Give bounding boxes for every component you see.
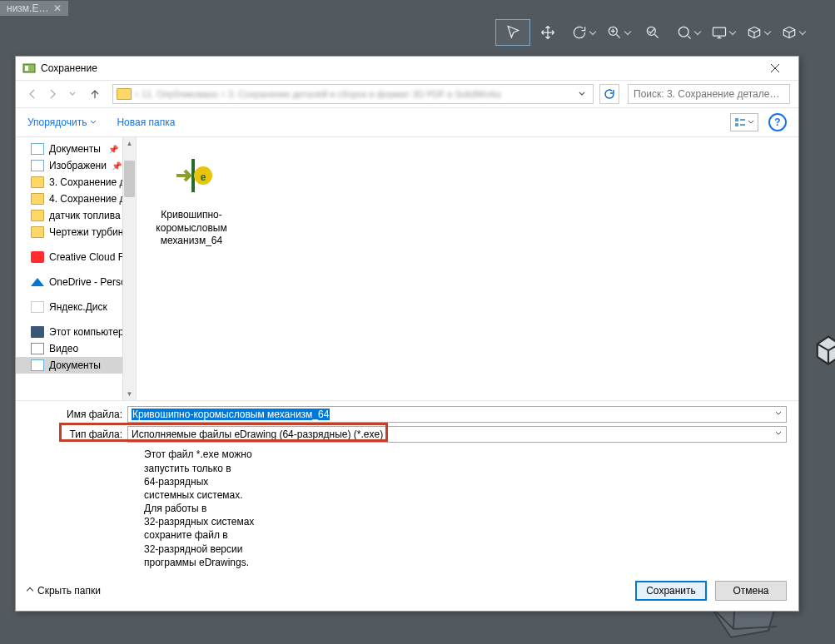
tree-item[interactable]: Изображени📌 bbox=[16, 157, 124, 174]
filetype-select[interactable]: Исполняемые файлы eDrawing (64-разрядные… bbox=[127, 426, 787, 443]
search-input[interactable] bbox=[628, 84, 790, 104]
svg-rect-6 bbox=[735, 118, 738, 121]
chevron-down-icon bbox=[763, 28, 770, 35]
scrollbar-thumb[interactable] bbox=[124, 161, 135, 197]
refresh-button[interactable] bbox=[599, 84, 619, 104]
svg-rect-7 bbox=[735, 123, 738, 126]
forward-button[interactable] bbox=[44, 86, 61, 102]
zoom-tool-button[interactable] bbox=[600, 19, 635, 46]
tree-item-label: 3. Сохранение д bbox=[49, 176, 124, 188]
tree-item[interactable]: Этот компьютер bbox=[16, 324, 124, 340]
folder-icon bbox=[117, 88, 132, 100]
history-dropdown[interactable] bbox=[64, 86, 81, 102]
rotate-tool-button[interactable] bbox=[565, 19, 600, 46]
tree-item[interactable]: Яндекс.Диск bbox=[16, 299, 124, 315]
magnifier-plus-icon bbox=[606, 24, 623, 41]
up-button[interactable] bbox=[87, 87, 102, 102]
tree-item-label: Этот компьютер bbox=[49, 326, 124, 338]
filename-label: Имя файла: bbox=[27, 409, 122, 420]
save-button[interactable]: Сохранить bbox=[635, 581, 707, 601]
chevron-down-icon[interactable] bbox=[774, 429, 783, 440]
view-icon bbox=[734, 117, 746, 127]
tree-item[interactable]: датчик топлива bbox=[16, 207, 124, 224]
zoom-fit-button[interactable] bbox=[635, 19, 670, 46]
file-thumb-icon: e bbox=[154, 146, 229, 206]
pin-icon: 📌 bbox=[108, 145, 121, 154]
monitor-icon bbox=[711, 24, 728, 41]
tree-item-label: Чертежи турбин bbox=[49, 226, 123, 238]
cancel-label: Отмена bbox=[733, 585, 768, 597]
app-icon bbox=[22, 62, 36, 75]
chevron-down-icon[interactable] bbox=[774, 409, 783, 420]
rotate-icon bbox=[571, 24, 588, 41]
app-tab-bar: низм.Е… ✕ bbox=[0, 0, 835, 17]
tree-item-label: Изображени bbox=[49, 160, 107, 171]
arrow-right-icon bbox=[47, 88, 58, 100]
scroll-down-button[interactable]: ▼ bbox=[123, 388, 136, 400]
arrow-up-icon bbox=[89, 88, 101, 100]
tree-item[interactable]: Чертежи турбин bbox=[16, 224, 124, 240]
view-orientation-button[interactable] bbox=[775, 19, 810, 46]
magnifier-icon bbox=[676, 24, 693, 41]
close-button[interactable] bbox=[758, 60, 792, 77]
file-pane[interactable]: e Кривошипно-коромысловым механизм_64 bbox=[137, 137, 798, 400]
new-folder-label: Новая папка bbox=[117, 116, 175, 128]
tree-item[interactable]: Документы📌 bbox=[16, 141, 124, 157]
hide-folders-button[interactable]: Скрыть папки bbox=[27, 585, 101, 597]
cancel-button[interactable]: Отмена bbox=[715, 581, 787, 601]
tree-item[interactable]: 3. Сохранение д bbox=[16, 174, 124, 191]
file-item[interactable]: e Кривошипно-коромысловым механизм_64 bbox=[150, 146, 233, 248]
command-row: Упорядочить Новая папка ? bbox=[16, 108, 798, 136]
chevron-down-icon bbox=[68, 90, 77, 98]
view-mode-button[interactable] bbox=[730, 113, 758, 131]
info-text: Этот файл *.exe можнозапустить только в6… bbox=[144, 446, 787, 572]
scroll-up-button[interactable]: ▲ bbox=[123, 137, 136, 150]
box-cut-icon bbox=[746, 24, 763, 41]
breadcrumb[interactable]: › 11. Опубликовано › 3. Сохранение детал… bbox=[112, 84, 594, 104]
chevron-down-icon bbox=[90, 119, 97, 126]
chevron-down-icon bbox=[748, 119, 754, 126]
filetype-row: Тип файла: Исполняемые файлы eDrawing (6… bbox=[27, 426, 787, 443]
tree-item[interactable]: Документы bbox=[16, 357, 124, 374]
nav-tree[interactable]: ▲ ▼ Документы📌Изображени📌3. Сохранение д… bbox=[16, 137, 137, 400]
footer: Имя файла: Кривошипно-коромысловым механ… bbox=[16, 400, 798, 611]
document-tab[interactable]: низм.Е… ✕ bbox=[0, 1, 68, 16]
magnifier-fit-icon bbox=[644, 24, 661, 41]
tree-item-label: Яндекс.Диск bbox=[49, 301, 107, 313]
tree-item-label: датчик топлива bbox=[49, 210, 121, 221]
chevron-down-icon bbox=[589, 28, 595, 35]
filename-value: Кривошипно-коромысловым механизм_64 bbox=[132, 409, 330, 420]
filename-row: Имя файла: Кривошипно-коромысловым механ… bbox=[27, 406, 787, 423]
display-style-button[interactable] bbox=[705, 19, 740, 46]
zoom-window-button[interactable] bbox=[670, 19, 705, 46]
refresh-icon bbox=[604, 88, 615, 100]
new-folder-button[interactable]: Новая папка bbox=[117, 116, 175, 128]
tree-item-label: Creative Cloud Fil bbox=[49, 251, 124, 263]
title-bar: Сохранение bbox=[16, 57, 798, 80]
help-label: ? bbox=[774, 116, 780, 128]
dialog-title: Сохранение bbox=[41, 62, 758, 74]
svg-rect-5 bbox=[25, 66, 28, 71]
tree-item[interactable]: Creative Cloud Fil bbox=[16, 249, 124, 265]
cursor-icon bbox=[504, 24, 521, 41]
tree-item-label: OneDrive - Persor bbox=[49, 276, 124, 288]
help-button[interactable]: ? bbox=[768, 113, 787, 131]
nav-row: › 11. Опубликовано › 3. Сохранение детал… bbox=[16, 80, 798, 108]
svg-point-1 bbox=[647, 27, 655, 35]
organize-button[interactable]: Упорядочить bbox=[27, 116, 97, 128]
tree-item[interactable]: 4. Сохранение д bbox=[16, 191, 124, 207]
breadcrumb-seg: 3. Сохранение деталей и сборок в формат … bbox=[228, 89, 501, 99]
close-icon[interactable]: ✕ bbox=[53, 2, 62, 14]
pan-tool-button[interactable] bbox=[530, 19, 565, 46]
breadcrumb-dropdown[interactable] bbox=[574, 90, 589, 98]
svg-point-2 bbox=[678, 27, 688, 37]
search-field[interactable] bbox=[634, 88, 784, 100]
filename-input[interactable]: Кривошипно-коромысловым механизм_64 bbox=[127, 406, 787, 423]
cursor-tool-button[interactable] bbox=[495, 19, 530, 46]
section-view-button[interactable] bbox=[740, 19, 775, 46]
filetype-label: Тип файла: bbox=[27, 429, 122, 440]
back-button[interactable] bbox=[24, 86, 41, 102]
close-icon bbox=[770, 63, 780, 73]
tree-item[interactable]: Видео bbox=[16, 340, 124, 357]
tree-item[interactable]: OneDrive - Persor bbox=[16, 274, 124, 290]
